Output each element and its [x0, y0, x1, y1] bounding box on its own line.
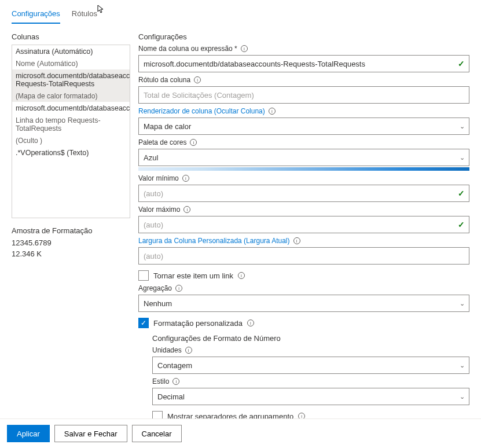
tab-labels[interactable]: Rótulos	[72, 7, 97, 24]
min-value-input[interactable]	[138, 185, 469, 202]
list-item[interactable]: microsoft.documentdb/databaseaccounts	[12, 102, 130, 114]
min-value-label: Valor mínimoi	[138, 174, 469, 182]
cancel-button[interactable]: Cancelar	[132, 425, 182, 442]
column-label-label: Rótulo da colunai	[138, 76, 469, 84]
info-icon[interactable]: i	[194, 76, 201, 83]
column-name-input[interactable]	[138, 55, 469, 72]
style-select[interactable]: Decimal	[152, 388, 469, 405]
info-icon[interactable]: i	[190, 139, 197, 146]
style-label: Estiloi	[152, 377, 469, 385]
columns-list: Assinatura (Automático) Nome (Automático…	[12, 45, 130, 218]
info-icon[interactable]: i	[293, 237, 300, 244]
list-item-sub[interactable]: (Oculto )	[12, 134, 130, 146]
list-item[interactable]: .*VOperations$ (Texto)	[12, 146, 130, 159]
palette-label: Paleta de coresi	[138, 138, 469, 146]
list-item[interactable]: microsoft.documentdb/databaseaccounts-Re…	[12, 69, 130, 90]
info-icon[interactable]: i	[185, 347, 192, 354]
renderer-label[interactable]: Renderizador de coluna (Ocultar Coluna)i	[138, 107, 469, 115]
tab-settings[interactable]: Configurações	[12, 7, 60, 24]
palette-select[interactable]: Azul	[138, 149, 469, 166]
footer: Aplicar Salvar e Fechar Cancelar	[0, 418, 481, 448]
save-close-button[interactable]: Salvar e Fechar	[54, 425, 127, 442]
units-label: Unidadesi	[152, 346, 469, 354]
info-icon[interactable]: i	[175, 285, 182, 292]
list-item[interactable]: Nome (Automático)	[12, 57, 130, 69]
custom-format-label: Formatação personalizada	[153, 319, 243, 328]
columns-heading: Colunas	[12, 32, 130, 41]
make-link-label: Tornar este item um link	[153, 271, 233, 280]
width-input[interactable]	[138, 247, 469, 265]
units-select[interactable]: Contagem	[152, 357, 469, 374]
info-icon[interactable]: i	[241, 45, 248, 52]
format-sample-heading: Amostra de Formatação	[12, 226, 130, 235]
width-label[interactable]: Largura da Coluna Personalizada (Largura…	[138, 237, 469, 245]
info-icon[interactable]: i	[183, 206, 190, 213]
info-icon[interactable]: i	[247, 320, 254, 326]
renderer-select[interactable]: Mapa de calor	[138, 117, 469, 135]
max-value-input[interactable]	[138, 216, 469, 233]
list-item[interactable]: Linha do tempo Requests-TotalRequests	[12, 114, 130, 134]
format-sample-value: 12.346 K	[12, 249, 130, 258]
info-icon[interactable]: i	[172, 378, 179, 385]
palette-preview	[138, 167, 469, 171]
apply-button[interactable]: Aplicar	[7, 425, 50, 442]
number-format-heading: Configurações de Formato de Número	[152, 334, 469, 343]
aggregation-label: Agregaçãoi	[138, 284, 469, 292]
aggregation-select[interactable]: Nenhum	[138, 295, 469, 312]
custom-format-checkbox[interactable]: ✓	[138, 318, 149, 328]
max-value-label: Valor máximoi	[138, 205, 469, 214]
settings-heading: Configurações	[138, 32, 469, 41]
tab-bar: Configurações Rótulos	[12, 7, 469, 24]
format-sample-value: 12345.6789	[12, 238, 130, 247]
make-link-checkbox[interactable]	[138, 270, 149, 281]
column-name-label: Nome da coluna ou expressão *i	[138, 45, 469, 53]
list-item-sub[interactable]: (Mapa de calor formatado)	[12, 90, 130, 102]
list-item[interactable]: Assinatura (Automático)	[12, 45, 130, 57]
info-icon[interactable]: i	[182, 175, 189, 182]
column-label-input[interactable]	[138, 86, 469, 104]
info-icon[interactable]: i	[238, 272, 245, 279]
info-icon[interactable]: i	[269, 108, 276, 115]
